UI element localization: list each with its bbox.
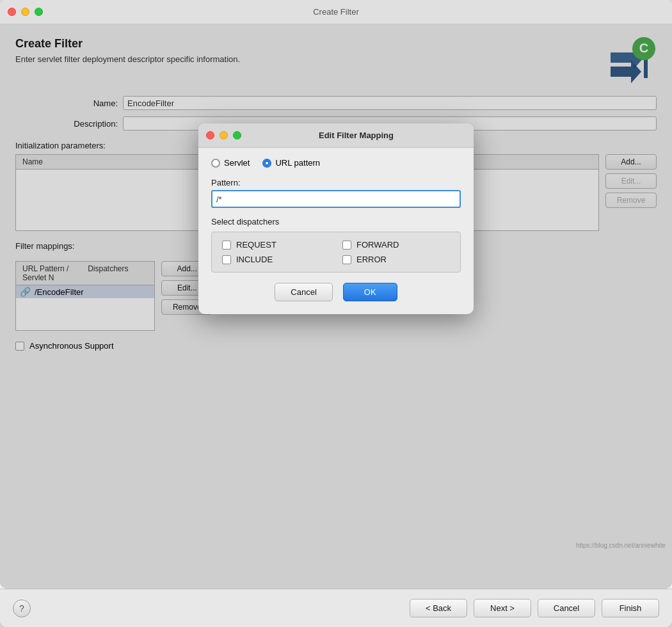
main-content: Create Filter Enter servlet filter deplo…: [0, 24, 672, 589]
traffic-lights: [8, 8, 43, 16]
window-title: Create Filter: [313, 7, 359, 17]
modal-title: Edit Filter Mapping: [246, 131, 466, 140]
edit-filter-mapping-modal: Edit Filter Mapping Servlet URL pattern: [198, 123, 474, 314]
bottom-left: ?: [13, 599, 31, 617]
next-button[interactable]: Next >: [474, 599, 531, 617]
servlet-label: Servlet: [224, 158, 250, 168]
request-label: REQUEST: [236, 240, 276, 250]
modal-title-bar: Edit Filter Mapping: [198, 123, 474, 148]
modal-traffic-lights: [206, 131, 241, 139]
modal-cancel-button[interactable]: Cancel: [275, 283, 332, 301]
minimize-button[interactable]: [21, 8, 29, 16]
close-button[interactable]: [8, 8, 16, 16]
servlet-radio[interactable]: [211, 159, 220, 168]
title-bar: Create Filter: [0, 0, 672, 24]
dispatcher-request: REQUEST: [222, 240, 330, 250]
forward-checkbox[interactable]: [342, 241, 351, 250]
bottom-bar: ? < Back Next > Cancel Finish: [0, 589, 672, 627]
dispatcher-forward: FORWARD: [342, 240, 450, 250]
request-checkbox[interactable]: [222, 241, 231, 250]
back-button[interactable]: < Back: [410, 599, 467, 617]
maximize-button[interactable]: [35, 8, 43, 16]
include-checkbox[interactable]: [222, 255, 231, 264]
cancel-button[interactable]: Cancel: [538, 599, 595, 617]
modal-close-button[interactable]: [206, 131, 214, 139]
error-checkbox[interactable]: [342, 255, 351, 264]
dispatcher-include: INCLUDE: [222, 255, 330, 264]
help-button[interactable]: ?: [13, 599, 31, 617]
dispatcher-grid: REQUEST FORWARD INCLUDE ERROR: [222, 240, 450, 264]
finish-button[interactable]: Finish: [602, 599, 659, 617]
dispatcher-error: ERROR: [342, 255, 450, 264]
url-pattern-label: URL pattern: [275, 158, 320, 168]
servlet-option[interactable]: Servlet: [211, 158, 250, 168]
include-label: INCLUDE: [236, 255, 273, 264]
bottom-right: < Back Next > Cancel Finish: [410, 599, 659, 617]
main-window: Create Filter Create Filter Enter servle…: [0, 0, 672, 627]
modal-minimize-button[interactable]: [220, 131, 228, 139]
modal-buttons: Cancel OK: [211, 283, 461, 301]
pattern-label: Pattern:: [211, 178, 461, 187]
url-pattern-option[interactable]: URL pattern: [262, 158, 320, 168]
dispatchers-box: REQUEST FORWARD INCLUDE ERROR: [211, 232, 461, 273]
modal-ok-button[interactable]: OK: [343, 283, 397, 301]
radio-row: Servlet URL pattern: [211, 158, 461, 168]
error-label: ERROR: [356, 255, 387, 264]
modal-maximize-button[interactable]: [233, 131, 241, 139]
pattern-input[interactable]: [211, 190, 461, 208]
modal-body: Servlet URL pattern Pattern: Select disp…: [198, 148, 474, 314]
forward-label: FORWARD: [356, 240, 399, 250]
url-pattern-radio[interactable]: [262, 159, 271, 168]
dispatchers-label: Select dispatchers: [211, 217, 461, 226]
